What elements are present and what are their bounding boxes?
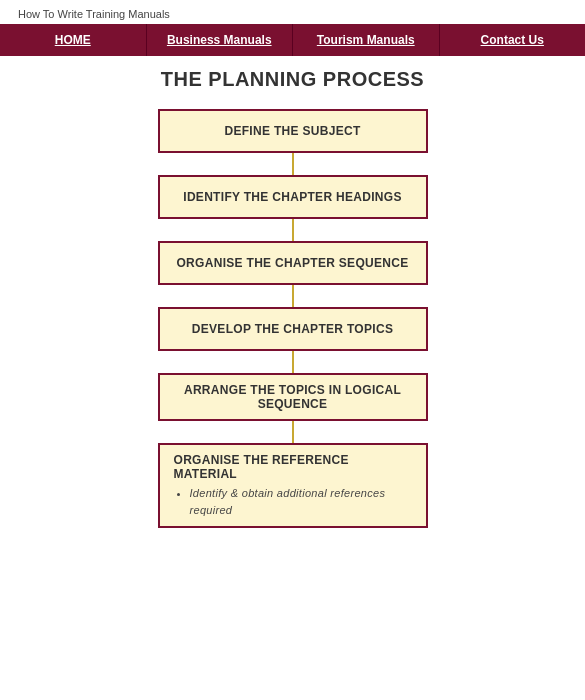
top-bar: How To Write Training Manuals [0, 0, 585, 24]
nav-item-tourism[interactable]: Tourism Manuals [293, 24, 440, 56]
nav-item-home[interactable]: HOME [0, 24, 147, 56]
flowchart: DEFINE THE SUBJECT IDENTIFY THE CHAPTER … [40, 109, 545, 528]
page-title: THE PLANNING PROCESS [161, 68, 424, 91]
flow-connector-5 [292, 421, 294, 443]
site-label: How To Write Training Manuals [18, 8, 170, 20]
nav-bar: HOME Business Manuals Tourism Manuals Co… [0, 24, 585, 56]
flow-box-2-text: IDENTIFY THE CHAPTER HEADINGS [183, 190, 402, 204]
nav-label-business: Business Manuals [167, 33, 272, 47]
bullet-item-1: Identify & obtain additional references … [190, 485, 412, 518]
flow-connector-1 [292, 153, 294, 175]
flow-box-4: DEVELOP THE CHAPTER TOPICS [158, 307, 428, 351]
flow-box-1: DEFINE THE SUBJECT [158, 109, 428, 153]
flow-box-6-bullets: Identify & obtain additional references … [174, 485, 412, 518]
flow-connector-2 [292, 219, 294, 241]
flow-connector-3 [292, 285, 294, 307]
page-wrapper: How To Write Training Manuals HOME Busin… [0, 0, 585, 700]
flow-box-5: ARRANGE THE TOPICS IN LOGICAL SEQUENCE [158, 373, 428, 421]
nav-item-contact[interactable]: Contact Us [440, 24, 586, 56]
flow-box-2: IDENTIFY THE CHAPTER HEADINGS [158, 175, 428, 219]
flow-box-5-text: ARRANGE THE TOPICS IN LOGICAL SEQUENCE [170, 383, 416, 411]
flow-box-3: ORGANISE THE CHAPTER SEQUENCE [158, 241, 428, 285]
flow-box-6: ORGANISE THE REFERENCE MATERIAL Identify… [158, 443, 428, 528]
nav-label-home: HOME [55, 33, 91, 47]
nav-label-tourism: Tourism Manuals [317, 33, 415, 47]
flow-connector-4 [292, 351, 294, 373]
nav-item-business[interactable]: Business Manuals [147, 24, 294, 56]
flow-box-1-text: DEFINE THE SUBJECT [224, 124, 360, 138]
flow-box-4-text: DEVELOP THE CHAPTER TOPICS [192, 322, 393, 336]
nav-bar-inner: HOME Business Manuals Tourism Manuals Co… [0, 24, 585, 56]
flow-box-6-title: ORGANISE THE REFERENCE MATERIAL [174, 453, 412, 481]
nav-label-contact: Contact Us [481, 33, 544, 47]
main-content: THE PLANNING PROCESS DEFINE THE SUBJECT … [0, 56, 585, 538]
flow-box-3-text: ORGANISE THE CHAPTER SEQUENCE [176, 256, 408, 270]
